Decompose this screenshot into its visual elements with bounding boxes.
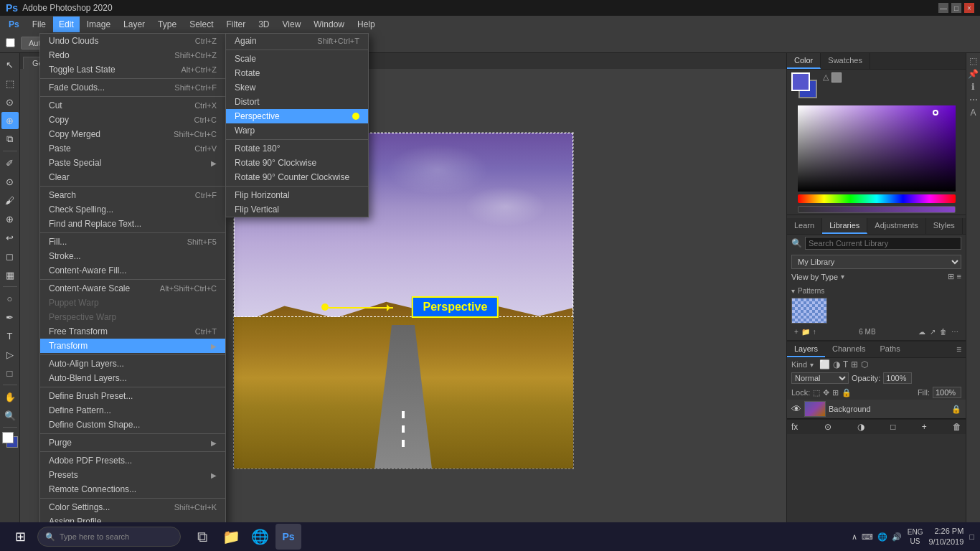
- menu-file[interactable]: File: [27, 17, 52, 32]
- taskbar-task-view[interactable]: ⧉: [189, 524, 215, 550]
- menu-layer[interactable]: Layer: [118, 17, 151, 32]
- transform-rotate-90ccw[interactable]: Rotate 90° Counter Clockwise: [226, 170, 368, 184]
- chevron-up-icon[interactable]: ∧: [852, 532, 857, 542]
- color-fg-bg-squares[interactable]: [791, 72, 817, 98]
- transform-flip-horizontal[interactable]: Flip Horizontal: [226, 188, 368, 202]
- tab-layers[interactable]: Layers: [787, 342, 825, 357]
- foreground-color-swatch[interactable]: [791, 72, 810, 91]
- taskbar-browser[interactable]: 🌐: [247, 524, 273, 550]
- menu-define-brush[interactable]: Define Brush Preset...: [40, 389, 225, 403]
- start-button[interactable]: ⊞: [6, 524, 34, 550]
- tab-channels[interactable]: Channels: [825, 342, 872, 357]
- spot-heal-tool[interactable]: ⊙: [1, 173, 19, 190]
- delete-layer-icon[interactable]: 🗑: [953, 422, 961, 432]
- menu-edit[interactable]: Edit: [53, 17, 80, 32]
- transform-distort[interactable]: Distort: [226, 95, 368, 109]
- eraser-tool[interactable]: ◻: [1, 248, 19, 265]
- group-icon[interactable]: □: [890, 422, 895, 432]
- layer-visibility-icon[interactable]: 👁: [791, 403, 801, 415]
- folder-icon[interactable]: 📁: [801, 328, 810, 336]
- tab-swatches[interactable]: Swatches: [821, 53, 870, 69]
- right-tool-1[interactable]: ⬚: [969, 56, 977, 66]
- volume-icon[interactable]: 🔊: [892, 532, 902, 542]
- menu-auto-align[interactable]: Auto-Align Layers...: [40, 357, 225, 371]
- taskbar-photoshop[interactable]: Ps: [275, 524, 301, 550]
- menu-define-pattern[interactable]: Define Pattern...: [40, 403, 225, 418]
- opacity-input[interactable]: [883, 372, 912, 384]
- upload-icon[interactable]: ↑: [813, 328, 816, 336]
- menu-paste-special[interactable]: Paste Special ▶: [40, 156, 225, 170]
- menu-stroke[interactable]: Stroke...: [40, 249, 225, 263]
- keyboard-icon[interactable]: ⌨: [862, 532, 873, 542]
- adjustment-icon[interactable]: ◑: [857, 422, 864, 432]
- menu-define-shape[interactable]: Define Custom Shape...: [40, 418, 225, 432]
- trash-icon[interactable]: 🗑: [940, 328, 947, 336]
- history-tool[interactable]: ↩: [1, 229, 19, 246]
- menu-help[interactable]: Help: [352, 17, 381, 32]
- pen-tool[interactable]: ✒: [1, 309, 19, 326]
- lock-artboard-icon[interactable]: ⊞: [832, 388, 839, 397]
- menu-type[interactable]: Type: [152, 17, 182, 32]
- menu-filter[interactable]: Filter: [220, 17, 251, 32]
- quick-select-tool[interactable]: ⊕: [1, 112, 19, 129]
- menu-purge[interactable]: Purge ▶: [40, 435, 225, 450]
- blend-mode-select[interactable]: Normal: [791, 372, 849, 384]
- taskbar-file-explorer[interactable]: 📁: [218, 524, 244, 550]
- triangle-expand-icon[interactable]: ▾: [791, 287, 795, 295]
- taskbar-datetime[interactable]: 2:26 PM 9/10/2019: [928, 526, 963, 548]
- auto-enhance-checkbox[interactable]: [6, 38, 15, 47]
- tab-styles[interactable]: Styles: [926, 218, 963, 234]
- zoom-tool[interactable]: 🔍: [1, 407, 19, 424]
- pixel-layer-icon[interactable]: ⬜: [819, 359, 830, 369]
- smart-object-icon[interactable]: ⊞: [851, 359, 858, 369]
- foreground-color[interactable]: [2, 432, 18, 448]
- lock-position-icon[interactable]: ✥: [823, 388, 829, 397]
- path-select-tool[interactable]: ▷: [1, 346, 19, 363]
- eyedropper-tool[interactable]: ✐: [1, 154, 19, 171]
- chevron-down-icon[interactable]: ▾: [841, 273, 844, 281]
- menu-redo[interactable]: Redo Shift+Ctrl+Z: [40, 48, 225, 62]
- cloud-icon[interactable]: ☁: [918, 328, 925, 336]
- menu-presets[interactable]: Presets ▶: [40, 468, 225, 482]
- menu-transform[interactable]: Transform ▶: [40, 339, 225, 353]
- hand-tool[interactable]: ✋: [1, 388, 19, 405]
- menu-undo-clouds[interactable]: Undo Clouds Ctrl+Z: [40, 34, 225, 48]
- menu-copy-merged[interactable]: Copy Merged Shift+Ctrl+C: [40, 127, 225, 141]
- marquee-tool[interactable]: ⬚: [1, 75, 19, 92]
- menu-perspective-warp[interactable]: Perspective Warp: [40, 310, 225, 324]
- menu-content-aware-scale[interactable]: Content-Aware Scale Alt+Shift+Ctrl+C: [40, 281, 225, 296]
- lock-all-icon[interactable]: 🔒: [842, 388, 852, 397]
- new-layer-icon[interactable]: +: [922, 422, 927, 432]
- tab-paths[interactable]: Paths: [873, 342, 908, 357]
- menu-fill[interactable]: Fill... Shift+F5: [40, 235, 225, 249]
- text-layer-icon[interactable]: T: [843, 359, 848, 369]
- maximize-button[interactable]: □: [951, 3, 961, 13]
- menu-remote-connections[interactable]: Remote Connections...: [40, 482, 225, 496]
- layer-mask-icon[interactable]: ⊙: [824, 422, 831, 432]
- layers-panel-menu[interactable]: ≡: [952, 342, 966, 357]
- menu-window[interactable]: Window: [308, 17, 350, 32]
- crop-tool[interactable]: ⧉: [1, 131, 19, 148]
- menu-select[interactable]: Select: [184, 17, 219, 32]
- kind-dropdown-arrow[interactable]: ▾: [810, 361, 814, 369]
- fill-input[interactable]: [933, 387, 961, 398]
- minimize-button[interactable]: —: [938, 3, 948, 13]
- menu-puppet-warp[interactable]: Puppet Warp: [40, 296, 225, 310]
- tab-learn[interactable]: Learn: [787, 218, 822, 234]
- menu-clear[interactable]: Clear: [40, 170, 225, 184]
- text-tool[interactable]: T: [1, 327, 19, 344]
- tab-libraries[interactable]: Libraries: [822, 218, 867, 234]
- menu-image[interactable]: Image: [81, 17, 116, 32]
- titlebar-controls[interactable]: — □ ×: [938, 3, 974, 13]
- color-alpha-bar[interactable]: [798, 206, 956, 213]
- color-gradient-area[interactable]: [798, 105, 956, 192]
- menu-color-settings[interactable]: Color Settings... Shift+Ctrl+K: [40, 500, 225, 514]
- menu-pdf-presets[interactable]: Adobe PDF Presets...: [40, 453, 225, 468]
- right-tool-4[interactable]: ⋯: [969, 95, 978, 105]
- right-tool-5[interactable]: A: [970, 108, 976, 118]
- transform-rotate-180[interactable]: Rotate 180°: [226, 141, 368, 156]
- menu-auto-blend[interactable]: Auto-Blend Layers...: [40, 371, 225, 385]
- add-icon[interactable]: +: [794, 328, 798, 336]
- menu-content-aware-fill[interactable]: Content-Aware Fill...: [40, 263, 225, 278]
- menu-ps[interactable]: Ps: [3, 17, 25, 32]
